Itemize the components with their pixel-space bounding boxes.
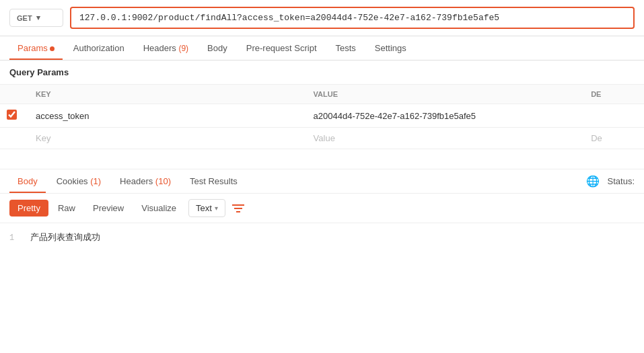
tab-headers[interactable]: Headers (9) (135, 36, 196, 60)
table-placeholder-row: Key Value De (0, 128, 644, 149)
response-right: 🌐 Status: (586, 175, 635, 188)
query-params-header: Query Params (0, 61, 644, 85)
response-tab-body[interactable]: Body (9, 169, 46, 193)
col-value: VALUE (304, 85, 582, 104)
params-table: KEY VALUE DE access_token a20044d4-752e-… (0, 85, 644, 149)
format-bar: Pretty Raw Preview Visualize Text ▾ (0, 194, 644, 223)
row-checkbox-cell[interactable] (0, 104, 26, 128)
col-desc: DE (581, 85, 644, 104)
globe-icon: 🌐 (586, 175, 600, 188)
tab-params[interactable]: Params (9, 36, 63, 60)
tab-settings[interactable]: Settings (367, 36, 415, 60)
row-desc[interactable] (581, 104, 644, 128)
tab-prerequest[interactable]: Pre-request Script (238, 36, 325, 60)
response-tab-cookies[interactable]: Cookies (1) (48, 169, 109, 193)
table-row: access_token a20044d4-752e-42e7-a162-739… (0, 104, 644, 128)
chevron-down-icon: ▾ (215, 204, 218, 212)
url-input[interactable] (70, 7, 635, 29)
format-dropdown-label: Text (196, 203, 212, 213)
placeholder-desc[interactable]: De (581, 128, 644, 149)
method-label: GET (17, 14, 32, 22)
method-select[interactable]: GET ▾ (9, 9, 63, 27)
placeholder-value[interactable]: Value (304, 128, 582, 149)
fmt-visualize-button[interactable]: Visualize (133, 200, 184, 217)
row-checkbox[interactable] (7, 110, 17, 120)
request-tab-bar: Params Authorization Headers (9) Body Pr… (0, 36, 644, 61)
fmt-pretty-button[interactable]: Pretty (9, 200, 48, 217)
tab-tests[interactable]: Tests (328, 36, 364, 60)
fmt-raw-button[interactable]: Raw (50, 200, 83, 217)
col-checkbox (0, 85, 26, 104)
placeholder-key[interactable]: Key (26, 128, 304, 149)
format-dropdown[interactable]: Text ▾ (188, 199, 225, 217)
response-tab-bar: Body Cookies (1) Headers (10) Test Resul… (0, 169, 644, 194)
row-key[interactable]: access_token (26, 104, 304, 128)
tab-body[interactable]: Body (199, 36, 236, 60)
method-chevron: ▾ (36, 13, 40, 22)
url-bar: GET ▾ (0, 0, 644, 36)
spacer (0, 149, 644, 169)
response-tab-headers[interactable]: Headers (10) (112, 169, 179, 193)
filter-icon[interactable] (232, 204, 244, 213)
response-tab-testresults[interactable]: Test Results (182, 169, 246, 193)
status-label: Status: (608, 176, 635, 186)
response-line-content: 产品列表查询成功 (30, 233, 100, 243)
fmt-preview-button[interactable]: Preview (85, 200, 132, 217)
row-value[interactable]: a20044d4-752e-42e7-a162-739fb1e5afe5 (304, 104, 582, 128)
response-body: 1 产品列表查询成功 (0, 223, 644, 251)
tab-authorization[interactable]: Authorization (65, 36, 133, 60)
line-number: 1 (9, 233, 14, 243)
params-dot (50, 46, 55, 51)
col-key: KEY (26, 85, 304, 104)
